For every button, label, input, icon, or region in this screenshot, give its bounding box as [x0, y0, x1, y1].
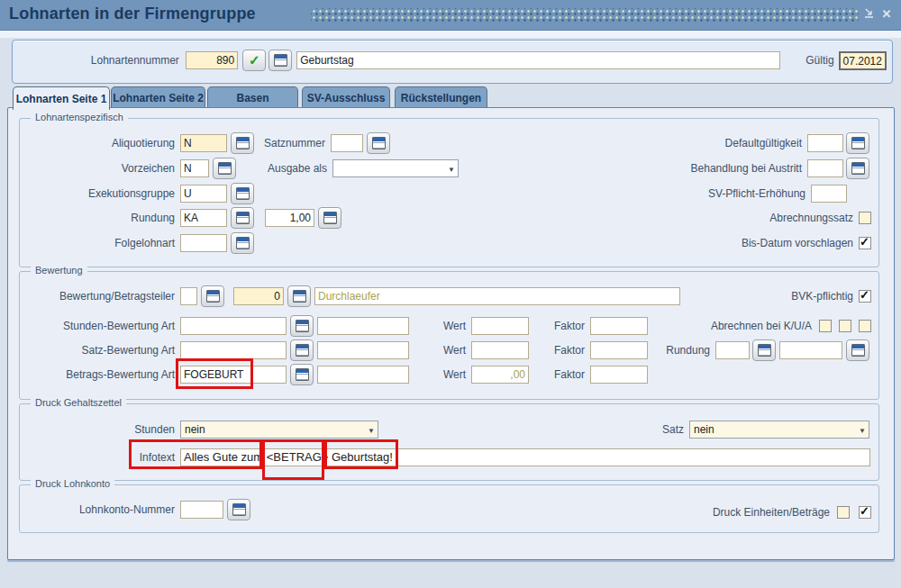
abrechnungssatz-checkbox[interactable] [859, 212, 871, 224]
bis-datum-checkbox[interactable] [859, 237, 871, 249]
window-titlebar[interactable]: Lohnarten in der Firmengruppe ✕ [0, 0, 901, 31]
lov-button-defaultgueltigkeit[interactable] [846, 132, 869, 154]
satznummer-label: Satznummer [254, 137, 325, 149]
defaultgueltigkeit-field[interactable] [807, 134, 843, 152]
ok-check-button[interactable]: ✓ [242, 50, 266, 71]
bvk-checkbox[interactable] [859, 290, 871, 303]
betragsteiler-field-2[interactable]: 0 [233, 287, 284, 305]
lov-button-lohnart[interactable] [268, 50, 292, 71]
folgelohnart-label: Folgelohnart [20, 237, 175, 249]
lov-button-satz-art[interactable] [290, 339, 314, 361]
aliquotierung-field[interactable]: N [180, 134, 227, 152]
tab-rueckstellungen[interactable]: Rückstellungen [395, 86, 487, 108]
ausgabe-als-label: Ausgabe als [236, 162, 327, 175]
betrags-art-field-1[interactable]: FOGEBURT [180, 366, 287, 384]
druck-stunden-dropdown[interactable]: nein ▼ [180, 421, 378, 439]
bewertung-rundung-field-2[interactable] [779, 341, 842, 359]
vorzeichen-field[interactable]: N [180, 159, 209, 177]
stunden-art-label: Stunden-Bewertung Art [20, 320, 175, 332]
lov-button-stunden-art[interactable] [290, 315, 314, 337]
betrags-wert-field[interactable]: ,00 [471, 366, 529, 384]
satz-faktor-field[interactable] [590, 341, 648, 359]
tab-sv-ausschluss[interactable]: SV-Ausschluss [302, 86, 390, 108]
satznummer-field[interactable] [331, 134, 363, 152]
lohnkonto-nummer-field[interactable] [180, 501, 223, 519]
dropdown-arrow-icon: ▼ [859, 427, 866, 435]
sv-pflicht-field[interactable] [811, 185, 847, 203]
lov-button-betrags-art[interactable] [290, 364, 314, 385]
abrechnen-a-checkbox[interactable] [859, 320, 871, 332]
satz-art-field-2[interactable] [317, 341, 409, 359]
lov-button-bewertung-rundung-1[interactable] [752, 339, 776, 361]
lohnartennummer-label: Lohnartennummer [31, 54, 179, 67]
group-title: Druck Lohnkonto [31, 478, 114, 489]
titlebar-drag-pattern [311, 8, 859, 23]
group-title: Lohnartenspezifisch [31, 112, 128, 122]
folgelohnart-field[interactable] [180, 234, 227, 252]
satz-faktor-label: Faktor [529, 344, 585, 357]
lohnartennummer-field[interactable]: 890 [186, 51, 238, 69]
lov-button-aliquotierung[interactable] [231, 132, 254, 154]
druck-satz-label: Satz [662, 423, 684, 436]
abrechnen-k-checkbox[interactable] [819, 320, 832, 332]
group-title: Druck Gehaltszettel [31, 397, 126, 408]
infotext-field[interactable]: Alles Gute zum <BETRAG> Geburtstag! [180, 448, 870, 466]
lov-button-behandlung-austritt[interactable] [846, 158, 869, 179]
abrechnungssatz-label: Abrechnungssatz [769, 212, 853, 224]
abrechnen-u-checkbox[interactable] [839, 320, 851, 332]
stunden-art-field-1[interactable] [180, 317, 287, 335]
lov-button-betragsteiler[interactable] [201, 285, 224, 307]
bvk-label: BVK-pflichtig [791, 290, 853, 303]
rundung-field[interactable]: KA [180, 209, 227, 227]
group-druck-lohnkonto: Druck Lohnkonto Lohnkonto-Nummer Druck E… [19, 484, 879, 533]
record-header: Lohnartennummer 890 ✓ Geburtstag Gültig … [12, 40, 893, 84]
lohnkonto-nummer-label: Lohnkonto-Nummer [20, 503, 175, 516]
lov-button-folgelohnart[interactable] [231, 232, 254, 254]
lov-button-betragsteiler-2[interactable] [287, 285, 311, 307]
lov-button-satznummer[interactable] [367, 132, 390, 154]
lov-button-exekutionsgruppe[interactable] [231, 183, 254, 204]
satz-art-field-1[interactable] [180, 341, 287, 359]
group-druck-gehaltszettel: Druck Gehaltszettel Stunden nein ▼ Satz … [19, 403, 879, 481]
tab-lohnarten-seite-2[interactable]: Lohnarten Seite 2 [111, 86, 205, 108]
group-bewertung: Bewertung Bewertung/Betragsteiler 0 Durc… [19, 271, 879, 400]
lov-button-bewertung-rundung-2[interactable] [846, 339, 869, 361]
bezeichnung-field[interactable]: Geburtstag [296, 51, 780, 69]
behandlung-austritt-field[interactable] [807, 159, 843, 177]
betragsteiler-text-field[interactable]: Durchlaeufer [314, 287, 680, 305]
druck-einheiten-checkbox[interactable] [837, 506, 850, 519]
exekutionsgruppe-field[interactable]: U [180, 185, 227, 203]
betrags-faktor-field[interactable] [590, 366, 648, 384]
vorzeichen-label: Vorzeichen [20, 162, 175, 175]
druck-satz-dropdown[interactable]: nein ▼ [689, 421, 869, 439]
tab-basen[interactable]: Basen [207, 86, 298, 108]
druck-betraege-checkbox[interactable] [859, 506, 871, 519]
stunden-art-field-2[interactable] [317, 317, 409, 335]
betrags-faktor-label: Faktor [529, 368, 585, 381]
exekutionsgruppe-label: Exekutionsgruppe [20, 187, 175, 200]
close-icon[interactable]: ✕ [879, 7, 894, 22]
stunden-faktor-field[interactable] [590, 317, 648, 335]
bewertung-rundung-label: Rundung [666, 344, 710, 357]
betragsteiler-label: Bewertung/Betragsteiler [20, 290, 175, 303]
gueltig-field[interactable]: 07.2012 [839, 51, 887, 70]
lov-button-lohnkonto[interactable] [227, 499, 250, 520]
betragsteiler-field-1[interactable] [180, 287, 197, 305]
ausgabe-als-dropdown[interactable]: ▼ [332, 159, 459, 177]
lov-button-rundung[interactable] [231, 207, 254, 229]
lov-button-vorzeichen[interactable] [213, 158, 236, 179]
bis-datum-label: Bis-Datum vorschlagen [742, 237, 853, 249]
stunden-faktor-label: Faktor [529, 320, 585, 332]
bewertung-rundung-field-1[interactable] [715, 341, 750, 359]
betrags-art-label: Betrags-Bewertung Art [20, 368, 175, 381]
rundung-betrag-field[interactable]: 1,00 [265, 209, 314, 227]
minimize-icon[interactable] [861, 7, 876, 22]
defaultgueltigkeit-label: Defaultgültigkeit [725, 137, 802, 149]
stunden-wert-field[interactable] [471, 317, 529, 335]
tab-lohnarten-seite-1[interactable]: Lohnarten Seite 1 [13, 86, 110, 110]
satz-wert-field[interactable] [471, 341, 529, 359]
lov-button-rundung-betrag[interactable] [318, 207, 341, 229]
stunden-wert-label: Wert [409, 320, 466, 332]
betrags-art-field-2[interactable] [317, 366, 409, 384]
infotext-label: Infotext [20, 451, 175, 464]
